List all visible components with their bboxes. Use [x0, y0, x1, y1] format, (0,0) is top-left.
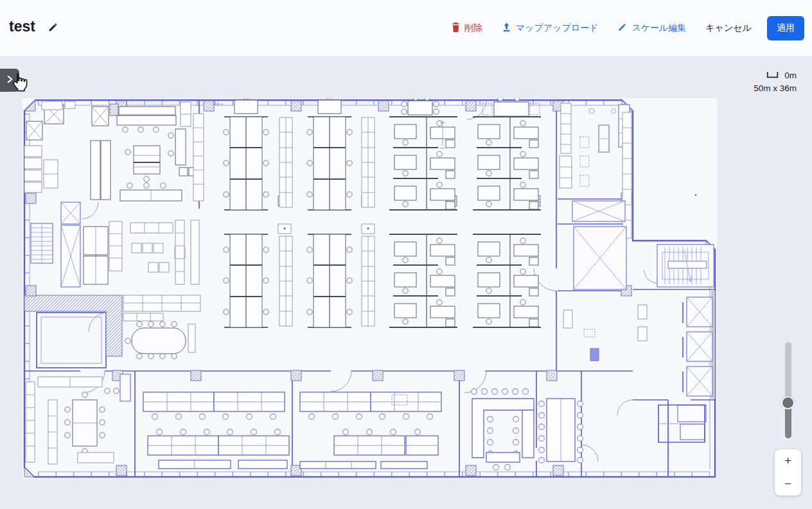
- map-title: test: [9, 18, 35, 35]
- scale-value: 0m: [784, 71, 797, 80]
- map-upload-button[interactable]: マップアップロード: [495, 17, 605, 39]
- zoom-slider[interactable]: [785, 342, 791, 438]
- header: test 削除 マップアップロード スケール編集 キャンセル 適用: [0, 0, 812, 56]
- scale-edit-button[interactable]: スケール編集: [611, 17, 693, 39]
- floor-plan-map[interactable]: [22, 98, 717, 479]
- pencil-icon: [48, 25, 58, 35]
- header-actions: 削除 マップアップロード スケール編集 キャンセル 適用: [445, 0, 804, 56]
- map-dimensions: 50m x 36m: [754, 83, 797, 93]
- delete-button[interactable]: 削除: [445, 17, 489, 39]
- scale-indicator: 0m 50m x 36m: [754, 71, 797, 93]
- zoom-slider-track-lower[interactable]: [785, 405, 791, 438]
- ruler-icon: [766, 71, 779, 80]
- zoom-controls: + −: [775, 449, 801, 496]
- sidebar-toggle-button[interactable]: [0, 69, 19, 92]
- trash-icon: [452, 22, 460, 34]
- cancel-button[interactable]: キャンセル: [699, 17, 761, 39]
- upload-icon: [502, 22, 511, 34]
- chevron-right-icon: [6, 75, 13, 85]
- zoom-slider-thumb[interactable]: [781, 396, 795, 410]
- zoom-in-button[interactable]: +: [775, 449, 801, 472]
- zoom-out-button[interactable]: −: [775, 472, 801, 496]
- edit-title-button[interactable]: [44, 19, 62, 37]
- map-canvas[interactable]: 0m 50m x 36m: [0, 56, 812, 509]
- pencil-icon: [617, 22, 627, 34]
- apply-button[interactable]: 適用: [767, 16, 804, 40]
